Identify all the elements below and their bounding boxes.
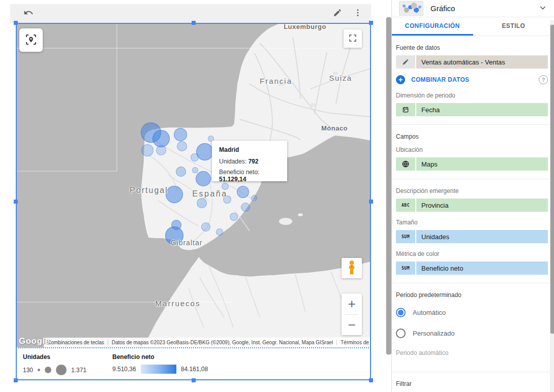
size-legend-min: 130 (23, 367, 33, 374)
pegman-icon (345, 260, 358, 277)
chart-legend: Unidades 130 1.371 Beneficio neto 9.510,… (16, 347, 371, 380)
size-dot-small (38, 369, 40, 371)
map-attribution: Combinaciones de teclas Datos de mapas ©… (44, 338, 371, 347)
calendar-icon (396, 103, 415, 116)
auto-period-text: Periodo automático (396, 349, 548, 356)
map-label: Mónaco (321, 124, 348, 132)
color-metric-chip[interactable]: SUM Beneficio neto (396, 262, 548, 275)
report-canvas: LuxemburgoFranciaSuizaMónacoPortugalEspa… (0, 0, 385, 392)
color-legend-min: 9.510,36 (112, 366, 136, 373)
map-tooltip: Madrid Unidades: 792 Beneficio neto: 51.… (212, 141, 287, 181)
selection-handle[interactable] (192, 21, 196, 25)
panel-title: Gráfico (430, 4, 538, 13)
location-chip[interactable]: Maps (396, 157, 548, 171)
more-options-button[interactable] (349, 5, 367, 23)
plus-icon: + (396, 75, 405, 84)
map-data-text: Datos de mapas ©2023 GeoBasis-DE/BKG (©2… (108, 340, 337, 345)
filter-label: Filtrar (396, 380, 548, 387)
date-dimension-chip[interactable]: Fecha (396, 103, 548, 116)
selection-handle[interactable] (14, 378, 18, 382)
edit-button[interactable] (328, 5, 347, 23)
size-field-label: Tamaño (396, 219, 548, 226)
kebab-menu-icon (353, 8, 362, 19)
color-legend-title: Beneficio neto (112, 353, 208, 361)
section-filter: Filtrar Filtro Google Maps (392, 372, 554, 392)
location-scan-button[interactable] (19, 28, 43, 52)
selection-handle[interactable] (192, 378, 196, 382)
google-map[interactable]: LuxemburgoFranciaSuizaMónacoPortugalEspa… (16, 23, 371, 347)
properties-panel: Gráfico CONFIGURACIÓN ESTILO Fuente de d… (391, 0, 554, 392)
chart-type-thumbnail[interactable] (399, 1, 423, 16)
tab-estilo[interactable]: ESTILO (473, 17, 554, 36)
panel-scrollbar-thumb[interactable] (550, 24, 554, 334)
panel-scrollbar[interactable] (550, 20, 554, 392)
fullscreen-icon (348, 34, 357, 44)
tooltip-row: Beneficio neto: 51.129,14 (219, 169, 280, 183)
terms-of-use-link[interactable]: Términos de uso (336, 340, 371, 345)
tab-configuracion[interactable]: CONFIGURACIÓN (392, 17, 473, 36)
section-fields: Campos Ubicación Maps (392, 125, 554, 179)
zoom-out-button[interactable]: − (342, 315, 362, 336)
zoom-in-button[interactable]: + (342, 293, 362, 314)
tooltip-field-value: Provincia (416, 199, 548, 212)
tooltip-field-label: Descripción emergente (396, 187, 548, 194)
color-metric-label: Métrica de color (396, 250, 548, 257)
undo-icon (23, 8, 34, 19)
selection-handle[interactable] (14, 200, 18, 204)
selection-handle[interactable] (369, 21, 373, 25)
section-metrics: Descripción emergente ABC Provincia Tama… (392, 179, 554, 283)
selection-handle[interactable] (14, 21, 18, 25)
section-data-source: Fuente de datos Ventas automáticas - Ven… (392, 36, 554, 125)
size-field-value: Unidades (416, 230, 548, 243)
canvas-scrollbar[interactable] (386, 0, 391, 392)
data-source-label: Fuente de datos (396, 44, 548, 51)
size-legend-max: 1.371 (71, 367, 86, 374)
selection-handle[interactable] (369, 378, 373, 382)
undo-button[interactable] (19, 5, 38, 23)
map-label: Gibraltar (171, 239, 203, 247)
map-label: Francia (260, 77, 292, 85)
google-logo: Google (19, 336, 50, 346)
panel-tabs: CONFIGURACIÓN ESTILO (392, 17, 554, 36)
radio-personalizado[interactable]: Personalizado (396, 329, 548, 338)
tooltip-row: Unidades: 792 (219, 158, 280, 165)
size-dot-large (56, 365, 67, 375)
selection-handle[interactable] (369, 200, 373, 204)
keyboard-shortcuts-link[interactable]: Combinaciones de teclas (44, 340, 108, 345)
pencil-icon (396, 55, 415, 69)
radio-unselected-icon (396, 329, 406, 338)
globe-icon (396, 157, 415, 171)
size-field-chip[interactable]: SUM Unidades (396, 230, 548, 243)
map-label: Marruecos (156, 299, 201, 308)
pencil-icon (333, 8, 342, 19)
help-icon[interactable]: ? (539, 75, 548, 84)
fullscreen-button[interactable] (344, 29, 362, 48)
color-legend-max: 84.161,08 (181, 366, 208, 373)
pegman-button[interactable] (342, 258, 362, 278)
radio-automatico[interactable]: Automático (396, 308, 548, 317)
data-source-name: Ventas automáticas - Ventas (416, 55, 548, 69)
map-zoom-control: + − (342, 293, 362, 335)
color-metric-value: Beneficio neto (416, 262, 548, 275)
location-scan-icon (24, 33, 38, 48)
blend-data-link[interactable]: COMBINAR DATOS (411, 76, 469, 83)
section-default-period: Periodo predeterminado Automático Person… (392, 283, 554, 372)
size-dot-medium (45, 367, 51, 373)
fields-label: Campos (396, 133, 548, 140)
chevron-down-icon[interactable] (538, 3, 548, 14)
abc-type-icon: ABC (396, 199, 415, 212)
looker-studio-editor: LuxemburgoFranciaSuizaMónacoPortugalEspa… (0, 0, 554, 392)
sum-aggregation-icon: SUM (396, 262, 415, 275)
location-value: Maps (416, 157, 548, 171)
blend-data-row: + COMBINAR DATOS ? (396, 75, 548, 85)
default-period-label: Periodo predeterminado (396, 291, 548, 299)
size-legend-title: Unidades (23, 353, 97, 361)
map-label: Luxemburgo (284, 23, 326, 30)
tooltip-field-chip[interactable]: ABC Provincia (396, 199, 548, 212)
map-chart[interactable]: LuxemburgoFranciaSuizaMónacoPortugalEspa… (16, 23, 371, 380)
date-dimension-value: Fecha (416, 103, 548, 116)
data-source-chip[interactable]: Ventas automáticas - Ventas (396, 55, 548, 69)
panel-header: Gráfico (392, 0, 554, 17)
radio-selected-icon (396, 308, 406, 317)
color-gradient-bar (141, 365, 176, 374)
